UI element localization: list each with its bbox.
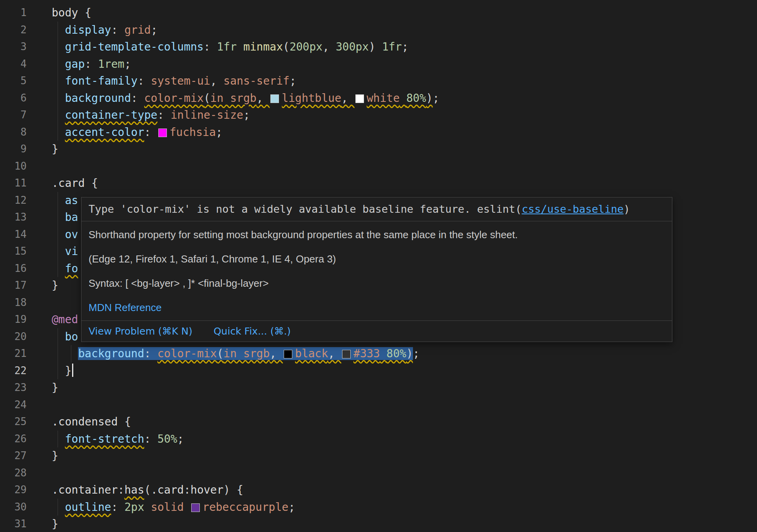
code-token (52, 228, 65, 241)
line-number[interactable]: 4 (0, 56, 27, 73)
code-line-text: } (27, 141, 757, 158)
code-line[interactable]: 27} (0, 447, 757, 465)
code-line[interactable]: 3 grid-template-columns: 1fr minmax(200p… (0, 38, 757, 56)
browser-support: (Edge 12, Firefox 1, Safari 1, Chrome 1,… (89, 253, 665, 265)
code-line[interactable]: 25.condensed { (0, 413, 757, 431)
color-swatch[interactable] (341, 347, 353, 360)
code-line[interactable]: 21 background: color-mix(in srgb, black,… (0, 345, 757, 362)
code-token (52, 74, 65, 87)
line-number[interactable]: 28 (0, 465, 27, 482)
line-number[interactable]: 31 (0, 516, 27, 532)
code-line[interactable]: 5 font-family: system-ui, sans-serif; (0, 72, 757, 90)
code-line[interactable]: 7 container-type: inline-size; (0, 107, 757, 124)
color-swatch[interactable] (158, 126, 170, 139)
code-line[interactable]: 23} (0, 379, 757, 396)
indent-guide (58, 345, 58, 362)
line-number[interactable]: 29 (0, 481, 27, 499)
code-line[interactable]: 24 (0, 396, 757, 414)
code-line-text: } (27, 379, 757, 396)
code-token: , (270, 347, 283, 360)
line-number[interactable]: 9 (0, 141, 27, 158)
mdn-reference-link[interactable]: MDN Reference (89, 302, 161, 313)
line-number[interactable]: 7 (0, 107, 27, 124)
code-token (184, 501, 190, 514)
line-number[interactable]: 13 (0, 209, 27, 226)
line-number[interactable]: 19 (0, 311, 27, 328)
code-token (52, 262, 65, 275)
code-line[interactable]: 29.container:has(.card:hover) { (0, 481, 757, 499)
code-line[interactable]: 26 font-stretch: 50%; (0, 431, 757, 448)
line-number[interactable]: 18 (0, 294, 27, 311)
line-number[interactable]: 21 (0, 345, 27, 362)
line-number[interactable]: 8 (0, 124, 27, 141)
code-token: } (52, 449, 58, 462)
line-number[interactable]: 27 (0, 447, 27, 465)
code-line[interactable]: 22 } (0, 362, 757, 380)
indent-guide (58, 56, 58, 73)
quick-fix-action[interactable]: Quick Fix... (⌘.) (214, 326, 291, 337)
code-token: , (341, 92, 355, 105)
line-number[interactable]: 6 (0, 90, 27, 107)
line-number[interactable]: 2 (0, 22, 27, 39)
code-line-text: outline: 2px solid rebeccapurple; (27, 499, 757, 516)
code-line[interactable]: 28 (0, 465, 757, 482)
line-number[interactable]: 20 (0, 328, 27, 346)
code-line[interactable]: 6 background: color-mix(in srgb, lightbl… (0, 90, 757, 107)
line-number[interactable]: 16 (0, 260, 27, 277)
code-token: ; (243, 109, 250, 121)
line-number[interactable]: 22 (0, 362, 27, 380)
line-number[interactable]: 3 (0, 38, 27, 56)
view-problem-action[interactable]: View Problem (⌘K N) (89, 326, 192, 337)
line-number[interactable]: 5 (0, 72, 27, 90)
code-line[interactable]: 9} (0, 141, 757, 158)
color-swatch[interactable] (283, 347, 295, 360)
code-token: color-mix (158, 347, 217, 360)
hover-tooltip: Type 'color-mix' is not a widely availab… (81, 197, 672, 342)
code-line-text: .condensed { (27, 413, 757, 431)
code-token: , (257, 92, 270, 105)
line-number[interactable]: 15 (0, 243, 27, 260)
code-token: , (322, 40, 336, 53)
line-number[interactable]: 17 (0, 277, 27, 294)
line-number[interactable]: 30 (0, 499, 27, 516)
code-token: 200px (290, 40, 322, 53)
indent-guide (58, 499, 58, 516)
text-cursor (72, 364, 73, 377)
line-number[interactable]: 11 (0, 175, 27, 192)
color-swatch[interactable] (190, 501, 203, 514)
baseline-rule-link[interactable]: css/use-baseline (522, 203, 623, 215)
code-line[interactable]: 11.card { (0, 175, 757, 192)
code-line[interactable]: 10 (0, 158, 757, 175)
line-number[interactable]: 10 (0, 158, 27, 175)
indent-guide (58, 260, 58, 277)
indent-guide (58, 328, 58, 346)
code-line-text (27, 396, 757, 414)
code-token: white (367, 92, 400, 105)
line-number[interactable]: 1 (0, 4, 27, 22)
code-line[interactable]: 30 outline: 2px solid rebeccapurple; (0, 499, 757, 516)
code-line[interactable]: 2 display: grid; (0, 22, 757, 39)
code-token: 1rem (98, 58, 124, 71)
code-token (52, 126, 65, 139)
code-token: : (111, 24, 125, 36)
code-token: } (65, 364, 72, 377)
line-number[interactable]: 14 (0, 226, 27, 243)
line-number[interactable]: 24 (0, 396, 27, 414)
code-line[interactable]: 31} (0, 516, 757, 532)
line-number[interactable]: 26 (0, 431, 27, 448)
code-editor[interactable]: 1body {2 display: grid;3 grid-template-c… (0, 0, 757, 532)
code-token: 80% (406, 92, 426, 105)
code-line[interactable]: 4 gap: 1rem; (0, 56, 757, 73)
diagnostic-text: Type 'color-mix' is not a widely availab… (89, 203, 477, 215)
code-line-text: } (27, 447, 757, 465)
line-number[interactable]: 25 (0, 413, 27, 431)
code-line[interactable]: 1body { (0, 4, 757, 22)
line-number[interactable]: 12 (0, 192, 27, 209)
line-number[interactable]: 23 (0, 379, 27, 396)
color-swatch[interactable] (270, 92, 282, 105)
code-token (52, 109, 65, 121)
color-swatch[interactable] (355, 92, 367, 105)
code-line[interactable]: 8 accent-color: fuchsia; (0, 124, 757, 141)
code-token: background (65, 92, 131, 105)
code-token: : (204, 40, 217, 53)
